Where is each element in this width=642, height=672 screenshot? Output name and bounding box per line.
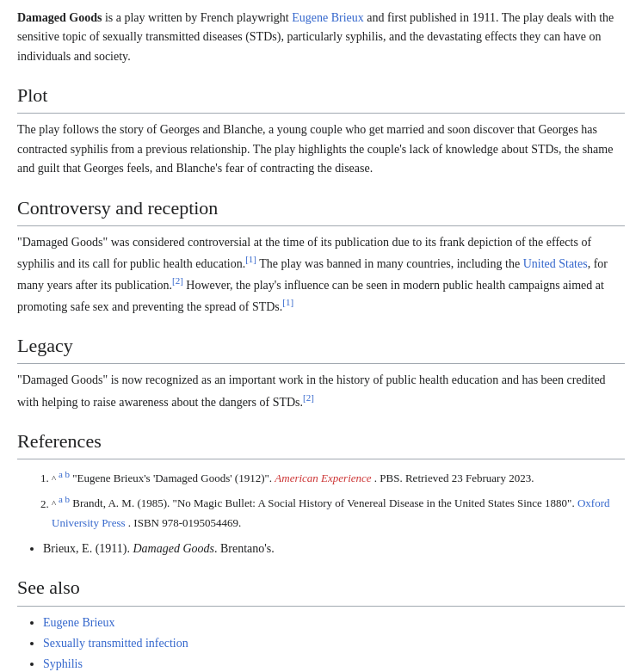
legacy-heading: Legacy: [17, 330, 625, 364]
ref1-hat-a: a: [59, 469, 65, 479]
ref2-caret: ^: [52, 499, 59, 509]
ref1-rest: . PBS. Retrieved 23 February 2023.: [374, 472, 534, 484]
ref1-text: "Eugene Brieux's 'Damaged Goods' (1912)"…: [72, 472, 275, 484]
see-also-item-3: Syphilis: [43, 655, 625, 672]
references-list: ^ a b "Eugene Brieux's 'Damaged Goods' (…: [17, 466, 625, 533]
references-bullet-item: Brieux, E. (1911). Damaged Goods. Brenta…: [43, 539, 625, 558]
see-also-list: Eugene Brieux Sexually transmitted infec…: [17, 613, 625, 672]
references-heading: References: [17, 426, 625, 459]
controversy-section: Controversy and reception "Damaged Goods…: [17, 193, 625, 318]
see-also-item-2: Sexually transmitted infection: [43, 634, 625, 653]
ref3-link[interactable]: [1]: [282, 297, 293, 307]
ref1-caret: ^: [52, 473, 59, 484]
plot-section: Plot The play follows the story of Georg…: [17, 80, 625, 178]
controversy-heading: Controversy and reception: [17, 193, 625, 226]
article-title-bold: Damaged Goods: [17, 11, 102, 24]
see-also-heading: See also: [17, 572, 625, 606]
controversy-ref3: [1]: [282, 297, 293, 308]
ref2-rest: . ISBN 978-0195054469.: [128, 516, 241, 529]
intro-paragraph: Damaged Goods is a play written by Frenc…: [17, 9, 625, 66]
controversy-ref1: [1]: [245, 254, 256, 265]
ref2-hat-a: a: [59, 494, 65, 504]
intro-text1: is a play written by French playwright: [102, 11, 292, 24]
reference-item-1: ^ a b "Eugene Brieux's 'Damaged Goods' (…: [52, 466, 625, 488]
see-also-section: See also Eugene Brieux Sexually transmit…: [17, 572, 625, 672]
legacy-text: "Damaged Goods" is now recognized as an …: [17, 371, 625, 411]
see-also-link-1[interactable]: Eugene Brieux: [43, 616, 115, 629]
references-bullet-list: Brieux, E. (1911). Damaged Goods. Brenta…: [17, 539, 625, 558]
ref1-link[interactable]: [1]: [245, 254, 256, 264]
ref2-hat-b: b: [65, 494, 71, 504]
ref1-italic-title: American Experience: [275, 472, 371, 484]
bullet-text: Brieux, E. (1911).: [43, 542, 133, 555]
page-content: Damaged Goods is a play written by Frenc…: [0, 0, 642, 672]
controversy-text: "Damaged Goods" was considered controver…: [17, 233, 625, 318]
see-also-link-3[interactable]: Syphilis: [43, 657, 83, 670]
ref1-hat-b: b: [65, 469, 71, 479]
author-link[interactable]: Eugene Brieux: [292, 11, 364, 24]
ref2-text: Brandt, A. M. (1985). "No Magic Bullet: …: [72, 497, 577, 510]
united-states-link[interactable]: United States: [523, 257, 588, 270]
legacy-ref1-link[interactable]: [2]: [303, 392, 314, 403]
see-also-link-2[interactable]: Sexually transmitted infection: [43, 637, 188, 650]
controversy-text2: The play was banned in many countries, i…: [256, 257, 523, 270]
bullet-rest: . Brentano's.: [214, 542, 275, 555]
legacy-section: Legacy "Damaged Goods" is now recognized…: [17, 330, 625, 412]
bullet-italic: Damaged Goods: [133, 542, 214, 555]
reference-item-2: ^ a b Brandt, A. M. (1985). "No Magic Bu…: [52, 491, 625, 533]
controversy-ref2: [2]: [172, 275, 183, 287]
see-also-item-1: Eugene Brieux: [43, 613, 625, 632]
plot-text: The play follows the story of Georges an…: [17, 120, 625, 178]
references-section: References ^ a b "Eugene Brieux's 'Damag…: [17, 426, 625, 559]
ref2-link[interactable]: [2]: [172, 275, 183, 286]
legacy-ref1: [2]: [303, 392, 314, 404]
plot-heading: Plot: [17, 80, 625, 114]
